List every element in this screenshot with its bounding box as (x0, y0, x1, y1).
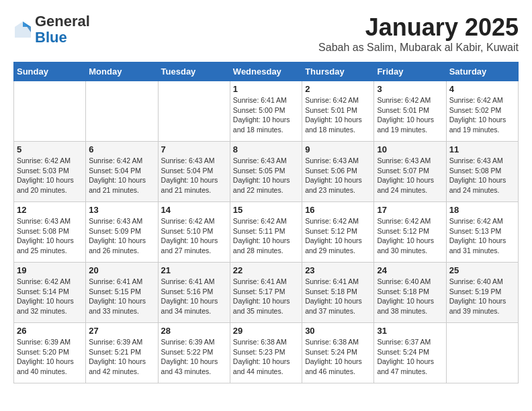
day-info-line: Sunset: 5:05 PM (233, 167, 285, 175)
day-info-line: Sunset: 5:17 PM (233, 287, 285, 295)
day-info: Sunrise: 6:41 AMSunset: 5:17 PMDaylight:… (233, 277, 299, 316)
calendar-cell: 18Sunrise: 6:42 AMSunset: 5:13 PMDayligh… (446, 202, 518, 263)
logo: General Blue (13, 13, 90, 46)
day-info-line: Sunrise: 6:43 AM (89, 217, 142, 225)
day-info-line: Sunset: 5:04 PM (89, 167, 141, 175)
day-info-line: Sunset: 5:11 PM (233, 227, 285, 235)
day-number: 23 (305, 265, 371, 275)
col-header-saturday: Saturday (446, 62, 518, 81)
day-info-line: Daylight: 10 hours and 32 minutes. (17, 297, 74, 315)
day-info: Sunrise: 6:41 AMSunset: 5:15 PMDaylight:… (89, 277, 154, 316)
day-info: Sunrise: 6:42 AMSunset: 5:03 PMDaylight:… (17, 156, 83, 195)
day-info-line: Sunrise: 6:42 AM (305, 96, 359, 104)
day-info: Sunrise: 6:42 AMSunset: 5:13 PMDaylight:… (449, 216, 515, 256)
day-info-line: Sunset: 5:08 PM (449, 167, 502, 175)
day-number: 8 (233, 144, 299, 154)
day-info: Sunrise: 6:43 AMSunset: 5:07 PMDaylight:… (377, 156, 443, 195)
day-info-line: Sunset: 5:00 PM (233, 106, 285, 114)
calendar-cell: 27Sunrise: 6:39 AMSunset: 5:21 PMDayligh… (86, 323, 158, 383)
day-number: 6 (89, 144, 154, 154)
day-info-line: Daylight: 10 hours and 19 minutes. (449, 116, 506, 134)
svg-marker-2 (23, 21, 31, 27)
day-info-line: Sunrise: 6:42 AM (449, 96, 503, 104)
week-row-1: 5Sunrise: 6:42 AMSunset: 5:03 PMDaylight… (14, 142, 519, 202)
day-info-line: Sunset: 5:21 PM (89, 348, 141, 356)
day-info: Sunrise: 6:43 AMSunset: 5:08 PMDaylight:… (17, 216, 83, 256)
day-info-line: Sunrise: 6:40 AM (449, 277, 503, 285)
day-info: Sunrise: 6:40 AMSunset: 5:18 PMDaylight:… (377, 277, 443, 316)
day-info-line: Daylight: 10 hours and 18 minutes. (305, 116, 362, 134)
day-info-line: Sunset: 5:08 PM (17, 227, 69, 235)
day-info-line: Sunrise: 6:39 AM (17, 338, 71, 346)
calendar-cell (158, 81, 230, 142)
day-number: 4 (449, 84, 515, 94)
day-info-line: Sunrise: 6:42 AM (377, 217, 431, 225)
day-number: 27 (89, 326, 154, 336)
day-info-line: Daylight: 10 hours and 20 minutes. (17, 176, 74, 194)
logo-icon (13, 20, 32, 39)
day-info-line: Sunset: 5:20 PM (17, 348, 69, 356)
day-number: 17 (377, 205, 443, 215)
day-info-line: Daylight: 10 hours and 28 minutes. (233, 236, 290, 255)
day-number: 13 (89, 205, 154, 215)
col-header-monday: Monday (86, 62, 158, 81)
day-info-line: Sunrise: 6:42 AM (233, 217, 287, 225)
day-info-line: Sunset: 5:23 PM (233, 348, 285, 356)
day-info-line: Sunrise: 6:43 AM (449, 156, 503, 165)
day-info-line: Daylight: 10 hours and 30 minutes. (377, 236, 434, 255)
day-info-line: Daylight: 10 hours and 38 minutes. (377, 297, 434, 315)
day-info: Sunrise: 6:42 AMSunset: 5:02 PMDaylight:… (449, 95, 515, 135)
day-number: 10 (377, 144, 443, 154)
header: General Blue January 2025 Sabah as Salim… (13, 13, 519, 54)
day-info-line: Daylight: 10 hours and 44 minutes. (233, 357, 290, 375)
day-info-line: Daylight: 10 hours and 19 minutes. (377, 116, 434, 134)
day-info: Sunrise: 6:43 AMSunset: 5:04 PMDaylight:… (161, 156, 227, 195)
calendar-cell: 20Sunrise: 6:41 AMSunset: 5:15 PMDayligh… (86, 263, 158, 323)
day-info-line: Sunrise: 6:43 AM (17, 217, 71, 225)
day-number: 21 (161, 265, 227, 275)
calendar-cell (86, 81, 158, 142)
day-info-line: Daylight: 10 hours and 29 minutes. (305, 236, 362, 255)
day-number: 16 (305, 205, 371, 215)
day-info: Sunrise: 6:43 AMSunset: 5:08 PMDaylight:… (449, 156, 515, 195)
day-info: Sunrise: 6:38 AMSunset: 5:24 PMDaylight:… (305, 337, 371, 377)
day-number: 5 (17, 144, 83, 154)
day-number: 14 (161, 205, 227, 215)
day-info-line: Daylight: 10 hours and 21 minutes. (161, 176, 218, 194)
day-info: Sunrise: 6:40 AMSunset: 5:19 PMDaylight:… (449, 277, 515, 316)
page: General Blue January 2025 Sabah as Salim… (0, 0, 532, 390)
day-info-line: Sunset: 5:24 PM (305, 348, 357, 356)
day-info: Sunrise: 6:42 AMSunset: 5:01 PMDaylight:… (305, 95, 371, 135)
week-row-3: 19Sunrise: 6:42 AMSunset: 5:14 PMDayligh… (14, 263, 519, 323)
day-number: 1 (233, 84, 299, 94)
day-info-line: Sunrise: 6:38 AM (305, 338, 359, 346)
logo-general: General (35, 13, 90, 30)
day-info: Sunrise: 6:39 AMSunset: 5:20 PMDaylight:… (17, 337, 83, 377)
day-info-line: Sunset: 5:10 PM (161, 227, 214, 235)
calendar-cell: 29Sunrise: 6:38 AMSunset: 5:23 PMDayligh… (230, 323, 302, 383)
day-info-line: Daylight: 10 hours and 31 minutes. (449, 236, 506, 255)
calendar-cell: 28Sunrise: 6:39 AMSunset: 5:22 PMDayligh… (158, 323, 230, 383)
day-info: Sunrise: 6:38 AMSunset: 5:23 PMDaylight:… (233, 337, 299, 377)
day-number: 2 (305, 84, 371, 94)
calendar-header-row: SundayMondayTuesdayWednesdayThursdayFrid… (14, 62, 519, 81)
calendar-cell: 12Sunrise: 6:43 AMSunset: 5:08 PMDayligh… (14, 202, 86, 263)
day-number: 9 (305, 144, 371, 154)
logo-text: General Blue (35, 13, 90, 46)
calendar-cell: 23Sunrise: 6:41 AMSunset: 5:18 PMDayligh… (302, 263, 374, 323)
day-info-line: Sunset: 5:04 PM (161, 167, 214, 175)
calendar-cell: 10Sunrise: 6:43 AMSunset: 5:07 PMDayligh… (374, 142, 446, 202)
calendar-cell: 25Sunrise: 6:40 AMSunset: 5:19 PMDayligh… (446, 263, 518, 323)
day-info-line: Sunset: 5:22 PM (161, 348, 214, 356)
day-info: Sunrise: 6:42 AMSunset: 5:10 PMDaylight:… (161, 216, 227, 256)
calendar-cell: 30Sunrise: 6:38 AMSunset: 5:24 PMDayligh… (302, 323, 374, 383)
day-info-line: Sunset: 5:16 PM (161, 287, 214, 295)
day-info: Sunrise: 6:42 AMSunset: 5:11 PMDaylight:… (233, 216, 299, 256)
day-info-line: Daylight: 10 hours and 35 minutes. (233, 297, 290, 315)
calendar-cell: 3Sunrise: 6:42 AMSunset: 5:01 PMDaylight… (374, 81, 446, 142)
day-info-line: Daylight: 10 hours and 40 minutes. (17, 357, 74, 375)
day-info: Sunrise: 6:43 AMSunset: 5:05 PMDaylight:… (233, 156, 299, 195)
day-info-line: Sunrise: 6:38 AM (233, 338, 287, 346)
day-info-line: Sunset: 5:18 PM (305, 287, 357, 295)
day-info-line: Daylight: 10 hours and 47 minutes. (377, 357, 434, 375)
